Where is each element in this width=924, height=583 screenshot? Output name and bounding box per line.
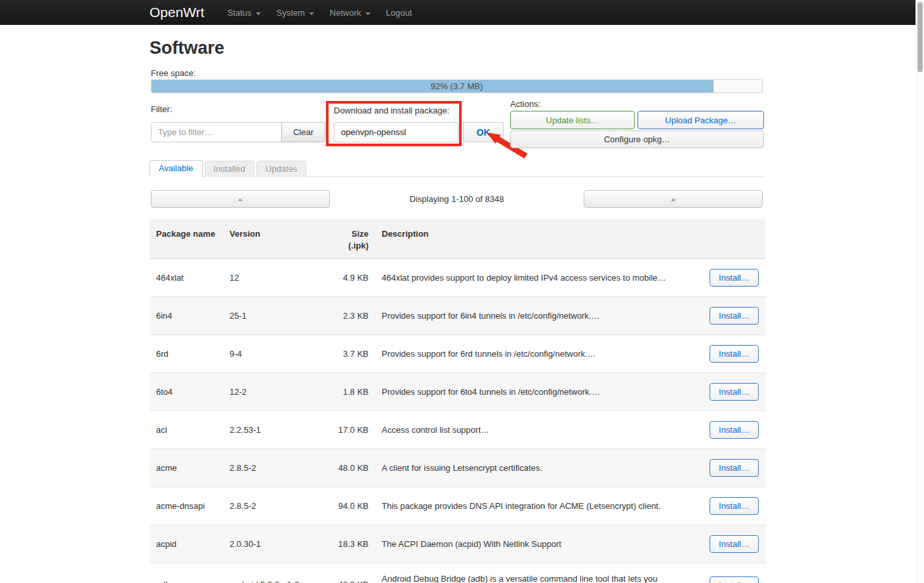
package-size: 4.9 KB (328, 259, 375, 297)
header-size: Size (.ipk) (328, 220, 375, 259)
install-button[interactable]: Install… (710, 535, 759, 553)
nav-item-label: Logout (386, 8, 412, 18)
package-action-cell: Install… (700, 297, 765, 335)
configure-opkg-button[interactable]: Configure opkg… (510, 131, 764, 148)
package-action-cell: Install… (700, 335, 765, 373)
table-row: 464xlat124.9 KB464xlat provides support … (150, 259, 765, 297)
package-action-cell: Install… (700, 373, 765, 411)
nav-item-label: Network (330, 8, 361, 18)
filter-input[interactable] (151, 122, 282, 142)
package-name: 6rd (150, 335, 223, 373)
package-size: 3.7 KB (328, 335, 375, 373)
package-action-cell: Install… (700, 411, 765, 449)
page-title: Software (150, 38, 224, 58)
table-row: 6to412-21.8 KBProvides support for 6to4 … (150, 373, 765, 411)
scrollbar-thumb[interactable] (917, 2, 923, 72)
package-version: 2.8.5-2 (223, 487, 328, 525)
nav-item-system[interactable]: System (271, 8, 320, 18)
annotation-red-box: Download and install package: (326, 101, 462, 146)
upload-package-button[interactable]: Upload Package… (637, 111, 764, 129)
update-lists-button[interactable]: Update lists… (510, 111, 635, 129)
package-version: 2.8.5-2 (223, 449, 328, 487)
free-space-progressbar: 92% (3.7 MB) (151, 79, 763, 93)
package-description: The ACPI Daemon (acpid) With Netlink Sup… (375, 525, 700, 563)
header-actions (700, 220, 765, 259)
tab-available[interactable]: Available (150, 160, 203, 177)
package-name: 6to4 (150, 373, 223, 411)
clear-button[interactable]: Clear (281, 122, 325, 142)
package-version: 9-4 (223, 335, 328, 373)
free-space-label: Free space: (151, 68, 196, 78)
header-description: Description (375, 220, 700, 259)
download-package-input[interactable] (334, 122, 458, 142)
install-button[interactable]: Install… (710, 576, 759, 583)
install-button[interactable]: Install… (710, 383, 759, 401)
package-name: acl (150, 411, 223, 449)
package-table-body: 464xlat124.9 KB464xlat provides support … (150, 259, 765, 583)
nav-item-logout[interactable]: Logout (380, 8, 418, 18)
package-action-cell: Install… (700, 487, 765, 525)
package-description: 464xlat provides support to deploy limit… (375, 259, 700, 297)
tabs: AvailableInstalledUpdates (150, 160, 765, 177)
navbar: OpenWrt StatusSystemNetworkLogout (0, 0, 915, 25)
install-button[interactable]: Install… (710, 421, 759, 439)
package-version: 12-2 (223, 373, 328, 411)
package-name: acme (150, 449, 223, 487)
install-button[interactable]: Install… (710, 459, 759, 477)
package-action-cell: Install… (700, 449, 765, 487)
table-row: 6in425-12.3 KBProvides support for 6in4 … (150, 297, 765, 335)
table-row: acme-dnsapi2.8.5-294.0 KBThis package pr… (150, 487, 765, 525)
package-description: Provides support for 6rd tunnels in /etc… (375, 335, 700, 373)
install-button[interactable]: Install… (710, 345, 759, 363)
install-button[interactable]: Install… (710, 497, 759, 515)
package-description: Android Debug Bridge (adb) is a versatil… (375, 563, 700, 583)
header-package-name: Package name (150, 220, 223, 259)
package-version: 2.2.53-1 (223, 411, 328, 449)
caret-down-icon (256, 12, 261, 15)
download-install-label: Download and install package: (334, 106, 459, 115)
tab-installed[interactable]: Installed (205, 161, 254, 177)
table-row: acme2.8.5-248.0 KBA client for issuing L… (150, 449, 765, 487)
package-size: 94.0 KB (328, 487, 375, 525)
tab-updates[interactable]: Updates (256, 161, 306, 177)
package-action-cell: Install… (700, 525, 765, 563)
package-size: 18.3 KB (328, 525, 375, 563)
actions-label: Actions: (510, 99, 764, 109)
pagination: « Displaying 1-100 of 8348 » (151, 190, 763, 208)
install-button[interactable]: Install… (710, 307, 759, 325)
nav-item-label: Status (228, 8, 252, 18)
package-size: 48.9 KB (328, 563, 375, 583)
package-version: 25-1 (223, 297, 328, 335)
table-header-row: Package name Version Size (.ipk) Descrip… (150, 220, 765, 259)
package-description: A client for issuing Letsencrypt certifi… (375, 449, 700, 487)
package-table: Package name Version Size (.ipk) Descrip… (150, 220, 765, 583)
install-button[interactable]: Install… (710, 269, 759, 287)
package-size: 2.3 KB (328, 297, 375, 335)
main-content: Software Free space: 92% (3.7 MB) Filter… (150, 25, 765, 583)
table-row: acpid2.0.30-118.3 KBThe ACPI Daemon (acp… (150, 525, 765, 563)
table-row: 6rd9-43.7 KBProvides support for 6rd tun… (150, 335, 765, 373)
package-version: 2.0.30-1 (223, 525, 328, 563)
package-size: 1.8 KB (328, 373, 375, 411)
navbar-menu: StatusSystemNetworkLogout (222, 7, 422, 18)
package-description: Access control list support… (375, 411, 700, 449)
next-page-button[interactable]: » (584, 190, 763, 208)
package-version: 12 (223, 259, 328, 297)
nav-item-network[interactable]: Network (324, 8, 376, 18)
actions-row: Update lists… Upload Package… (510, 111, 764, 129)
caret-down-icon (309, 12, 314, 15)
package-description: This package provides DNS API integratio… (375, 487, 700, 525)
package-description: Provides support for 6to4 tunnels in /et… (375, 373, 700, 411)
package-size: 17.0 KB (328, 411, 375, 449)
package-size: 48.0 KB (328, 449, 375, 487)
package-name: adb (150, 563, 223, 583)
app-logo[interactable]: OpenWrt (150, 5, 205, 20)
nav-item-status[interactable]: Status (222, 8, 267, 18)
package-action-cell: Install… (700, 259, 765, 297)
package-name: 6in4 (150, 297, 223, 335)
free-space-value: 92% (3.7 MB) (151, 80, 762, 92)
package-version: android.5.0.2_r1-3 (223, 563, 328, 583)
scrollbar-track[interactable] (915, 0, 924, 583)
package-name: 464xlat (150, 259, 223, 297)
actions-panel: Actions: Update lists… Upload Package… C… (510, 99, 764, 148)
